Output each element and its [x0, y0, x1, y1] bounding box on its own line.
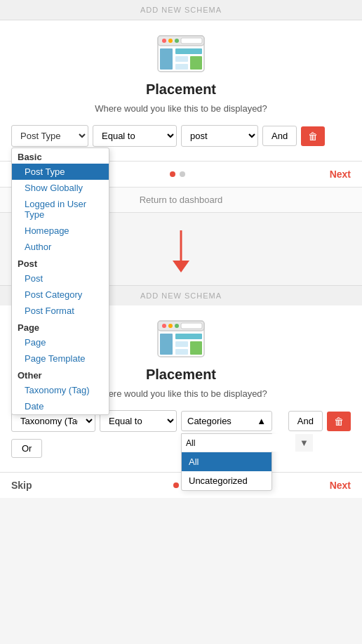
svg-rect-22: [175, 349, 188, 355]
top-bar-text: ADD NEW SCHEMA: [140, 6, 222, 14]
dropdown-item-post-category[interactable]: Post Category: [12, 287, 109, 303]
cat-dropdown-close-icon[interactable]: ▼: [295, 434, 313, 452]
dashboard-link-text: Return to dashboard: [140, 195, 223, 205]
svg-point-2: [162, 39, 166, 43]
or-button[interactable]: Or: [11, 439, 42, 458]
svg-point-3: [168, 39, 173, 43]
group-label-page: Page: [12, 319, 109, 334]
svg-rect-7: [175, 48, 202, 54]
dropdown-item-page[interactable]: Page: [12, 334, 109, 350]
categories-select-wrap: Categories ▲ ▼ All Uncategorized: [181, 411, 284, 431]
svg-rect-6: [160, 48, 173, 70]
equal-select-2[interactable]: Equal to: [100, 410, 177, 432]
group-label-basic: Basic: [12, 148, 109, 164]
section1-title: Placement: [11, 81, 351, 98]
dropdown-item-page-template[interactable]: Page Template: [12, 350, 109, 367]
categories-arrow-icon: ▲: [257, 416, 266, 426]
schema-icon-1: [11, 34, 351, 73]
post-type-select-wrap: Post Type Basic Post Type Show Globally …: [11, 125, 88, 147]
delete-button-2[interactable]: 🗑: [327, 412, 351, 431]
dropdown-item-taxonomy-tag[interactable]: Taxonomy (Tag): [12, 382, 109, 398]
svg-point-15: [162, 324, 166, 328]
group-label-other: Other: [12, 367, 109, 382]
skip-button[interactable]: Skip: [11, 480, 32, 491]
svg-rect-9: [175, 64, 188, 70]
cat-search-input[interactable]: [182, 434, 295, 452]
svg-point-16: [168, 324, 173, 328]
svg-rect-5: [181, 38, 202, 44]
dropdown-item-logged-in-user[interactable]: Logged in User Type: [12, 196, 109, 223]
svg-rect-21: [175, 341, 188, 347]
svg-rect-19: [160, 334, 173, 355]
svg-marker-12: [173, 261, 189, 272]
next-button-1[interactable]: Next: [330, 169, 351, 180]
svg-rect-10: [190, 56, 202, 70]
dropdown-item-post-type[interactable]: Post Type: [12, 164, 109, 180]
svg-rect-8: [175, 56, 188, 62]
dot-2-active: [173, 482, 179, 488]
post-type-select[interactable]: Post Type: [11, 125, 88, 147]
svg-rect-23: [190, 341, 202, 355]
section1-desc: Where would you like this to be displaye…: [11, 103, 351, 114]
delete-button-1[interactable]: 🗑: [301, 126, 325, 146]
svg-rect-20: [175, 334, 202, 339]
dropdown-item-show-globally[interactable]: Show Globally: [12, 180, 109, 196]
dropdown-item-date[interactable]: Date: [12, 398, 109, 414]
dot-1-active: [170, 171, 175, 177]
and-button-2[interactable]: And: [288, 411, 323, 431]
browser-svg-icon-2: [156, 320, 206, 358]
and-button-1[interactable]: And: [262, 126, 297, 146]
cat-option-uncategorized[interactable]: Uncategorized: [182, 471, 272, 490]
cat-option-all[interactable]: All: [182, 452, 272, 471]
cat-search-row: ▼: [182, 434, 272, 452]
dot-1-inactive: [180, 171, 185, 177]
browser-svg-icon: [156, 34, 206, 73]
dropdown-item-homepage[interactable]: Homepage: [12, 223, 109, 239]
group-label-post: Post: [12, 255, 109, 270]
next-button-2[interactable]: Next: [330, 480, 351, 491]
dropdown-item-post-format[interactable]: Post Format: [12, 303, 109, 319]
post-type-dropdown: Basic Post Type Show Globally Logged in …: [11, 147, 109, 415]
post-value-select[interactable]: post: [181, 125, 258, 147]
svg-rect-18: [181, 323, 202, 329]
nav-dots-1: [170, 171, 185, 177]
condition-row-1: Post Type Basic Post Type Show Globally …: [11, 125, 351, 147]
equal-select-1[interactable]: Equal to: [93, 125, 177, 147]
categories-value: Categories: [187, 416, 232, 426]
schema-section-1: Placement Where would you like this to b…: [0, 20, 362, 162]
dropdown-item-post[interactable]: Post: [12, 270, 109, 287]
dropdown-item-author[interactable]: Author: [12, 239, 109, 255]
svg-point-4: [175, 39, 179, 43]
svg-point-17: [175, 324, 179, 328]
arrow-down-icon: [163, 227, 199, 278]
categories-dropdown: ▼ All Uncategorized: [181, 433, 272, 491]
top-bar-label: ADD NEW SCHEMA: [0, 0, 362, 20]
categories-display[interactable]: Categories ▲: [181, 411, 272, 431]
